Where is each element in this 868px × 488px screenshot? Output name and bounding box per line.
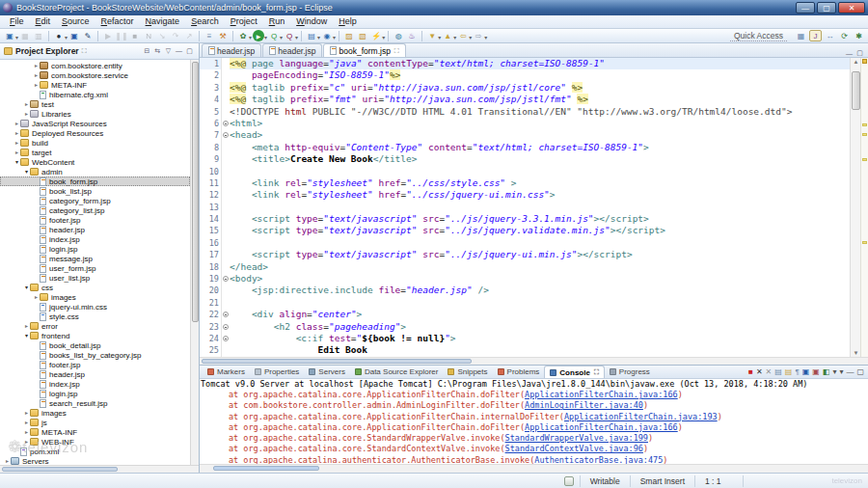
browser-globe-icon[interactable]: ◍ [393,30,404,41]
pin-console-icon[interactable]: ◧ [823,366,830,378]
dropdown-arrow-icon[interactable]: ▾ [295,34,298,41]
stack-trace-link[interactable]: ApplicationFilterChain.java:166 [525,422,678,432]
minimize-console-icon[interactable]: — [846,366,854,378]
expand-arrow-icon[interactable]: ▸ [23,321,30,331]
code-line-16[interactable]: 16 [200,237,850,249]
open-web-page-icon[interactable]: ▣ [68,30,80,41]
expand-arrow-icon[interactable]: ▸ [23,109,30,119]
overview-header-icon[interactable] [862,59,867,64]
code-line-10[interactable]: 10 [200,166,850,177]
stack-trace-link[interactable]: AdminLoginFilter.java:40 [525,400,643,410]
expand-arrow-icon[interactable]: ▸ [14,148,20,157]
remove-launch-icon[interactable]: ✕ [756,366,763,378]
explorer-vertical-scrollbar[interactable] [190,60,199,465]
tree-item-meta-inf[interactable]: ▸META-INF [0,80,190,90]
menu-source[interactable]: Source [56,15,95,28]
dropdown-arrow-icon[interactable]: ▾ [333,34,336,41]
fold-collapse-icon[interactable] [223,324,229,330]
run-icon[interactable]: ▶ [253,30,264,41]
tree-item-jquery-ui-min-css[interactable]: jquery-ui.min.css [0,302,190,312]
code-line-25[interactable]: 25 Edit Book [200,344,850,356]
code-line-12[interactable]: 12 <link rel="stylesheet" href="../css/j… [200,189,850,201]
remove-all-launches-icon[interactable]: ✕ [766,366,773,378]
code-line-20[interactable]: 20 <jsp:directive.include file="header.j… [200,285,850,296]
code-line-13[interactable]: 13 [200,202,850,213]
expand-arrow-icon[interactable]: ▸ [33,80,40,90]
dropdown-arrow-icon[interactable]: ▾ [15,34,18,41]
tree-item-book-detail-jsp[interactable]: book_detail.jsp [0,340,190,350]
menu-edit[interactable]: Edit [30,15,57,28]
dropdown-arrow-icon[interactable]: ▾ [382,34,385,41]
collapse-arrow-icon[interactable]: ▾ [23,167,30,176]
stack-trace-link[interactable]: ApplicationFilterChain.java:193 [564,412,718,421]
code-line-21[interactable]: 21 [200,297,850,309]
tree-item-login-jsp[interactable]: login.jsp [0,389,190,398]
occurrence-marker[interactable] [862,123,867,126]
tree-item-error[interactable]: ▸error [0,321,190,331]
expand-arrow-icon[interactable]: ▸ [33,61,40,70]
tree-item-footer-jsp[interactable]: footer.jsp [0,360,190,369]
overview-ruler[interactable] [860,58,868,357]
back-icon[interactable]: ⇦ [457,30,469,41]
tree-item-libraries[interactable]: ▸Libraries [0,109,190,119]
menu-search[interactable]: Search [185,15,225,28]
annotation-pen-icon[interactable]: ✎ [82,30,94,41]
scroll-lock-icon[interactable]: ▤ [785,366,793,378]
console-tab-properties[interactable]: Properties [250,366,304,378]
tree-item-user-form-jsp[interactable]: user_form.jsp [0,263,190,273]
code-line-2[interactable]: 2 pageEncoding="ISO-8859-1"%> [200,69,850,81]
javaee-pin-icon[interactable]: ♨ [406,30,418,41]
tree-item-index-jsp[interactable]: index.jsp [0,234,190,244]
menu-file[interactable]: File [4,15,30,28]
code-line-11[interactable]: 11 <link rel="stylesheet" href="../css/s… [200,177,850,189]
debug-icon[interactable]: ✿ [237,30,249,41]
dropdown-arrow-icon[interactable]: ▾ [469,34,472,41]
clear-console-icon[interactable]: ▤ [774,366,782,378]
tree-item-target[interactable]: ▸target [0,148,190,157]
stack-trace-link[interactable]: AuthenticatorBase.java:475 [534,455,663,464]
maximize-editor-icon[interactable]: ▢ [854,49,865,57]
dropdown-arrow-icon[interactable]: ▾ [438,34,441,41]
code-line-7[interactable]: 7<head> [200,129,850,141]
tree-item-images[interactable]: ▸images [0,408,190,418]
perspective-sync-button[interactable]: ⟳ [838,30,851,41]
web-browser-icon[interactable]: ● [53,30,65,41]
code-line-4[interactable]: 4<%@ taglib prefix="fmt" uri="http://jav… [200,94,850,105]
go-into-icon[interactable]: ▲ [442,30,453,41]
expand-arrow-icon[interactable]: ▸ [23,418,30,427]
dropdown-arrow-icon[interactable]: ▾ [453,34,456,41]
profile-icon[interactable]: Q [284,30,295,41]
tree-item-js[interactable]: ▸js [0,418,190,427]
tree-item-frontend[interactable]: ▾frontend [0,331,190,340]
console-tab-markers[interactable]: Markers [203,366,250,378]
skip-breakpoints-icon[interactable]: ≡ [203,30,215,41]
maximize-view-icon[interactable]: ▢ [184,47,195,55]
stack-trace-link[interactable]: ApplicationFilterChain.java:166 [525,390,678,399]
code-line-5[interactable]: 5<!DOCTYPE html PUBLIC "-//W3C//DTD HTML… [200,106,850,118]
project-explorer-title[interactable]: Project Explorer [15,46,79,56]
tree-item-message-jsp[interactable]: message.jsp [0,254,190,263]
new-wizard-icon[interactable]: ▣ [4,30,15,41]
tree-item-images[interactable]: ▸images [0,292,190,302]
perspective-resource-button[interactable]: ↔ [824,30,836,41]
code-line-9[interactable]: 9 <title>Create New Book</title> [200,153,850,165]
open-perspective-icon[interactable]: ▦ [795,30,807,41]
menu-window[interactable]: Window [290,15,333,28]
tree-item-book-form-jsp[interactable]: book_form.jsp [0,176,190,186]
dropdown-arrow-icon[interactable]: ▾ [484,34,487,41]
collapse-arrow-icon[interactable]: ▾ [14,157,20,167]
tree-item-com-bookstore-service[interactable]: ▸com.bookstore.service [0,70,190,80]
terminate-console-icon[interactable]: ■ [748,366,753,378]
expand-arrow-icon[interactable]: ▸ [4,456,11,465]
tree-item-meta-inf[interactable]: ▸META-INF [0,427,190,437]
run-last-tool-icon[interactable]: ⚒ [217,30,229,41]
code-line-15[interactable]: 15 <script type="text/javascript" src=".… [200,225,850,236]
dropdown-arrow-icon[interactable]: ▾ [65,34,68,41]
stack-trace-link[interactable]: StandardContextValve.java:96 [505,444,643,453]
code-line-3[interactable]: 3<%@ taglib prefix="c" uri="http://java.… [200,82,850,94]
maximize-console-icon[interactable]: ▢ [856,366,864,378]
menu-help[interactable]: Help [333,15,363,28]
menu-navigate[interactable]: Navigate [140,15,186,28]
tree-item-category-list-jsp[interactable]: category_list.jsp [0,205,190,215]
coverage-icon[interactable]: Q [268,30,280,41]
